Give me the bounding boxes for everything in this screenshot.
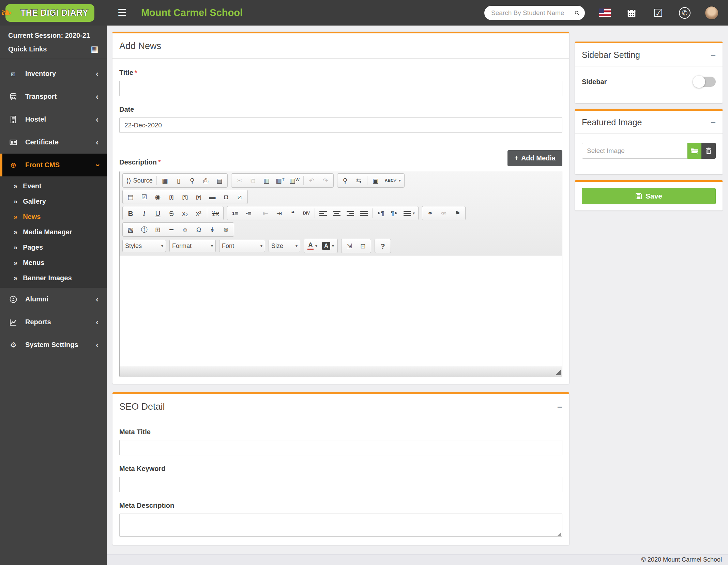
sidebar-item-reports[interactable]: Reports ‹ — [0, 311, 107, 333]
table-icon[interactable]: ⊞ — [151, 223, 165, 236]
blockquote-icon[interactable]: ❝ — [286, 207, 300, 219]
cut-icon[interactable]: ✂ — [232, 174, 246, 187]
copy-icon[interactable]: ⧉ — [246, 174, 260, 187]
editor-content-area[interactable] — [120, 256, 562, 366]
format-dropdown[interactable]: Format▾ — [169, 240, 216, 252]
align-center-icon[interactable] — [330, 207, 344, 219]
insert-image-icon[interactable]: ▧ — [124, 223, 137, 236]
paste-word-icon[interactable]: ▥ᵂ — [287, 174, 302, 187]
hidden-field-icon[interactable]: ⧄ — [233, 191, 246, 203]
tasks-check-square-icon[interactable]: ☑ — [652, 6, 665, 19]
sidebar-item-certificate[interactable]: Certificate ‹ — [0, 131, 107, 154]
select-field-icon[interactable]: [▾] — [192, 191, 206, 203]
bg-color-icon[interactable]: A▾ — [320, 240, 336, 252]
align-left-icon[interactable] — [316, 207, 330, 219]
maximize-icon[interactable]: ⇲ — [343, 240, 356, 252]
indent-icon[interactable]: ⇥ — [272, 207, 286, 219]
radio-button-icon[interactable]: ◉ — [151, 191, 165, 203]
templates-icon[interactable]: ▤ — [213, 174, 226, 187]
bulleted-list-icon[interactable]: •≣ — [242, 207, 256, 219]
sidebar-item-transport[interactable]: Transport ‹ — [0, 85, 107, 108]
sidebar-item-hostel[interactable]: Hostel ‹ — [0, 108, 107, 131]
collapse-minus-icon[interactable]: − — [711, 118, 716, 127]
anchor-icon[interactable]: ⚑ — [451, 207, 464, 219]
sidebar-item-system-settings[interactable]: ⚙ System Settings ‹ — [0, 333, 107, 356]
editor-resize-handle[interactable] — [555, 370, 561, 375]
checkbox-icon[interactable]: ☑ — [137, 191, 151, 203]
collapse-minus-icon[interactable]: − — [557, 403, 562, 411]
submenu-item-banner-images[interactable]: » Banner Images — [0, 270, 107, 286]
align-right-icon[interactable] — [344, 207, 357, 219]
form-icon[interactable]: ▤ — [124, 191, 137, 203]
app-logo[interactable]: ❧ THE DIGI DIARY — [5, 4, 94, 22]
italic-icon[interactable]: I — [137, 207, 151, 219]
sidebar-item-inventory[interactable]: ⧈ Inventory ‹ — [0, 62, 107, 85]
bold-icon[interactable]: B — [124, 207, 137, 219]
outdent-icon[interactable]: ⇤ — [259, 207, 272, 219]
spellcheck-icon[interactable]: ABC✓▾ — [382, 174, 403, 187]
sidebar-toggle-switch[interactable] — [694, 77, 716, 87]
flash-icon[interactable]: ⓕ — [137, 223, 151, 236]
find-icon[interactable]: ⚲ — [338, 174, 352, 187]
about-icon[interactable]: ? — [376, 240, 390, 252]
font-dropdown[interactable]: Font▾ — [219, 240, 265, 252]
submenu-item-news[interactable]: » News — [0, 209, 107, 224]
sidebar-item-front-cms[interactable]: ⊛ Front CMS ‹ — [0, 154, 107, 176]
replace-icon[interactable]: ⇆ — [352, 174, 366, 187]
calendar-icon[interactable] — [625, 6, 638, 19]
text-color-icon[interactable]: A▾ — [305, 240, 320, 252]
textarea-icon[interactable]: [¶] — [178, 191, 192, 203]
subscript-icon[interactable]: x₂ — [178, 207, 192, 219]
whatsapp-icon[interactable]: ✆ — [678, 6, 691, 19]
unlink-icon[interactable]: ⚮ — [437, 207, 451, 219]
preview-icon[interactable]: ⚲ — [185, 174, 199, 187]
button-icon[interactable]: ▬ — [206, 191, 219, 203]
styles-dropdown[interactable]: Styles▾ — [122, 240, 166, 252]
size-dropdown[interactable]: Size▾ — [269, 240, 300, 252]
meta-keyword-input[interactable] — [119, 477, 562, 492]
search-icon[interactable] — [575, 9, 579, 17]
page-break-icon[interactable]: ↡ — [206, 223, 219, 236]
paste-icon[interactable]: ▥ — [260, 174, 273, 187]
user-avatar[interactable] — [705, 6, 718, 20]
select-all-icon[interactable]: ▣ — [369, 174, 382, 187]
submenu-item-gallery[interactable]: » Gallery — [0, 194, 107, 209]
textarea-resize-handle[interactable] — [557, 532, 561, 536]
student-search[interactable] — [484, 6, 585, 20]
smiley-icon[interactable]: ☺ — [178, 223, 192, 236]
show-blocks-icon[interactable]: ⊡ — [356, 240, 370, 252]
title-input[interactable] — [119, 81, 562, 96]
div-container-icon[interactable]: DIV — [300, 207, 313, 219]
paste-text-icon[interactable]: ▥ᵀ — [273, 174, 287, 187]
remove-image-button[interactable] — [701, 143, 716, 159]
save-button[interactable]: Save — [582, 188, 716, 204]
hamburger-menu-icon[interactable]: ☰ — [118, 7, 127, 19]
meta-title-input[interactable] — [119, 440, 562, 455]
new-page-icon[interactable]: ▯ — [172, 174, 185, 187]
meta-description-textarea[interactable] — [119, 514, 562, 537]
submenu-item-menus[interactable]: » Menus — [0, 255, 107, 270]
source-button[interactable]: ⟨⟩Source — [124, 174, 155, 187]
redo-icon[interactable]: ↷ — [319, 174, 332, 187]
save-icon[interactable]: ▦ — [158, 174, 172, 187]
horizontal-rule-icon[interactable]: ━ — [165, 223, 178, 236]
undo-icon[interactable]: ↶ — [305, 174, 319, 187]
text-field-icon[interactable]: [I] — [165, 191, 178, 203]
select-image-input[interactable] — [582, 143, 687, 159]
date-input[interactable] — [119, 117, 562, 133]
align-justify-icon[interactable] — [357, 207, 371, 219]
image-button-icon[interactable]: ◘ — [219, 191, 233, 203]
superscript-icon[interactable]: x² — [192, 207, 206, 219]
link-icon[interactable]: ⚭ — [423, 207, 437, 219]
underline-icon[interactable]: U — [151, 207, 165, 219]
quick-links-grid-icon[interactable]: ▦ — [91, 44, 98, 54]
add-media-button[interactable]: + Add Media — [507, 150, 562, 166]
search-input[interactable] — [491, 9, 575, 17]
numbered-list-icon[interactable]: 1≣ — [228, 207, 242, 219]
print-icon[interactable]: ⎙ — [199, 174, 213, 187]
browse-image-button[interactable] — [687, 143, 702, 159]
submenu-item-media-manager[interactable]: » Media Manager — [0, 224, 107, 240]
language-icon[interactable]: ▾ — [401, 207, 417, 219]
iframe-icon[interactable]: ⊛ — [219, 223, 233, 236]
remove-format-icon[interactable]: Tx — [209, 207, 222, 219]
